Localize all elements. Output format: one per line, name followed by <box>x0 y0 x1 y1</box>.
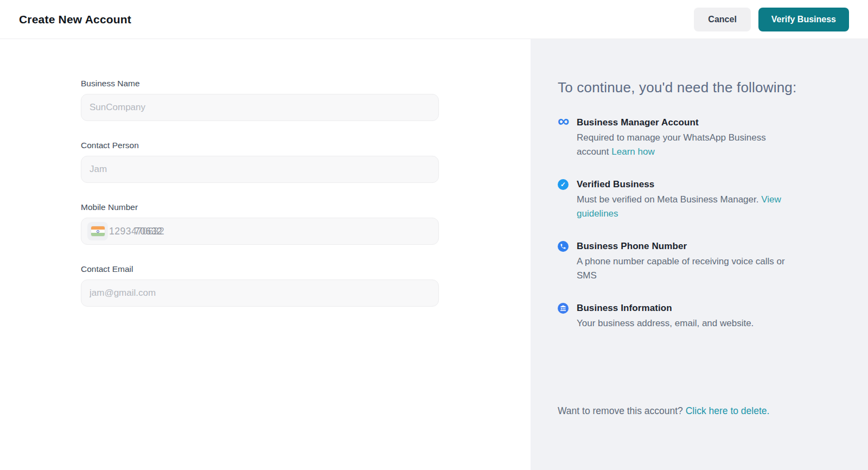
india-flag-icon <box>91 226 105 236</box>
verified-badge-icon: ✓ <box>558 179 569 190</box>
contact-email-label: Contact Email <box>81 264 439 274</box>
requirements-heading: To continue, you'd need the following: <box>558 79 835 96</box>
business-name-label: Business Name <box>81 79 439 88</box>
remove-account-row: Want to remove this account? Click here … <box>558 405 835 417</box>
page-header: Create New Account Cancel Verify Busines… <box>0 0 868 39</box>
requirement-phone-number: Business Phone Number A phone number cap… <box>558 239 791 283</box>
learn-how-link[interactable]: Learn how <box>611 147 654 157</box>
header-actions: Cancel Verify Business <box>694 8 849 31</box>
account-form: Business Name Contact Person Mobile Numb… <box>0 39 439 307</box>
business-name-input[interactable] <box>81 94 439 121</box>
requirement-text: Verified Business Must be verified on Me… <box>577 177 791 221</box>
delete-account-link[interactable]: Click here to delete. <box>686 405 770 416</box>
account-form-column: Business Name Contact Person Mobile Numb… <box>0 39 531 470</box>
mobile-number-overlap-text: 70632 <box>135 226 162 237</box>
main-content: Business Name Contact Person Mobile Numb… <box>0 39 868 470</box>
contact-person-input[interactable] <box>81 156 439 183</box>
business-name-group: Business Name <box>81 79 439 121</box>
verify-business-button[interactable]: Verify Business <box>758 8 849 31</box>
phone-icon <box>558 241 569 252</box>
requirement-text: Business Phone Number A phone number cap… <box>577 239 791 283</box>
requirement-business-information: Business Information Your business addre… <box>558 301 791 331</box>
requirement-verified-business: ✓ Verified Business Must be verified on … <box>558 177 791 221</box>
contact-email-input[interactable] <box>81 280 439 307</box>
remove-account-text: Want to remove this account? <box>558 405 683 416</box>
country-selector[interactable] <box>87 222 108 240</box>
requirement-text: Business Manager Account Required to man… <box>577 116 791 159</box>
mobile-number-label: Mobile Number <box>81 202 439 212</box>
contact-email-group: Contact Email <box>81 264 439 307</box>
ashoka-chakra-icon <box>97 230 99 233</box>
contact-person-label: Contact Person <box>81 141 439 150</box>
building-icon <box>558 303 569 314</box>
meta-logo-icon: ∞ <box>558 117 569 128</box>
mobile-number-value: 1293470632 70632 <box>109 226 164 237</box>
mobile-number-input[interactable]: 1293470632 70632 <box>81 218 439 245</box>
cancel-button[interactable]: Cancel <box>694 8 750 31</box>
requirements-panel: To continue, you'd need the following: ∞… <box>531 39 868 470</box>
contact-person-group: Contact Person <box>81 141 439 183</box>
requirement-business-manager: ∞ Business Manager Account Required to m… <box>558 116 791 159</box>
mobile-number-group: Mobile Number 1293470632 70632 <box>81 202 439 245</box>
requirement-text: Business Information Your business addre… <box>577 301 754 331</box>
page-title: Create New Account <box>19 13 131 26</box>
